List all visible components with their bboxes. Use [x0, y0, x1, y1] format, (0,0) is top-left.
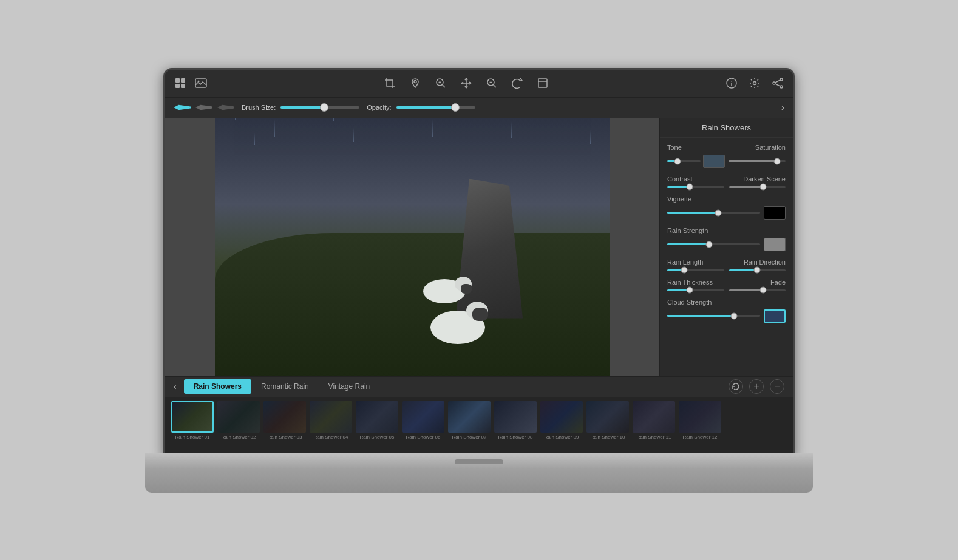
canvas-area	[165, 118, 659, 376]
filmstrip-item-11[interactable]: Rain Shower 11	[633, 401, 675, 440]
filmstrip-item-4[interactable]: Rain Shower 04	[310, 401, 352, 440]
rain-strength-swatch[interactable]	[764, 238, 786, 251]
svg-rect-2	[175, 84, 180, 88]
filmstrip-label-8: Rain Shower 08	[498, 434, 533, 440]
cloud-strength-label-row: Cloud Strength	[667, 299, 786, 306]
refresh-icon[interactable]	[729, 379, 743, 394]
minus-icon[interactable]: −	[770, 379, 784, 394]
settings-icon[interactable]	[747, 75, 763, 91]
filmstrip-thumb-2	[217, 401, 260, 433]
zoom-in-icon[interactable]	[433, 75, 449, 91]
svg-point-11	[753, 82, 756, 85]
bottom-tabs: ‹ Rain Showers Romantic Rain Vintage Rai…	[165, 376, 793, 397]
tab-rain-showers[interactable]: Rain Showers	[184, 379, 251, 394]
brush-tool-1[interactable]	[174, 103, 191, 112]
opacity-label: Opacity:	[367, 104, 391, 111]
grid-icon[interactable]	[172, 75, 188, 91]
tab-romantic-rain[interactable]: Romantic Rain	[251, 379, 319, 394]
filmstrip-item-5[interactable]: Rain Shower 05	[356, 401, 398, 440]
filmstrip-label-4: Rain Shower 04	[314, 434, 348, 440]
rain-length-slider[interactable]	[667, 269, 724, 271]
toolbar-right	[724, 75, 786, 91]
rain-strength-controls	[667, 238, 786, 251]
zoom-out-icon[interactable]	[484, 75, 500, 91]
pin-icon[interactable]	[407, 75, 423, 91]
photo-icon[interactable]	[193, 75, 209, 91]
chevron-right-icon[interactable]: ›	[781, 102, 784, 113]
filmstrip-label-6: Rain Shower 06	[406, 434, 441, 440]
filmstrip-item-12[interactable]: Rain Shower 12	[679, 401, 721, 440]
rain-length-label: Rain Length	[667, 258, 703, 266]
rain-strength-slider[interactable]	[667, 243, 760, 245]
filmstrip-thumb-7	[448, 401, 491, 433]
cloud-strength-controls	[667, 309, 786, 323]
filmstrip-label-5: Rain Shower 05	[360, 434, 395, 440]
rain-direction-col	[729, 269, 786, 271]
cloud-strength-slider[interactable]	[667, 315, 760, 317]
panel-title: Rain Showers	[660, 118, 793, 138]
filmstrip-label-2: Rain Shower 02	[222, 434, 256, 440]
fade-slider[interactable]	[729, 289, 786, 291]
vignette-swatch[interactable]	[764, 206, 786, 220]
vignette-slider[interactable]	[667, 212, 760, 214]
fade-label: Fade	[770, 278, 786, 286]
contrast-darken-sliders	[667, 186, 786, 188]
rain-thickness-slider[interactable]	[667, 289, 724, 291]
filmstrip-item-1[interactable]: Rain Shower 01	[171, 401, 214, 440]
rain-thickness-label: Rain Thickness	[667, 278, 713, 286]
svg-rect-0	[175, 78, 180, 83]
filmstrip-label-7: Rain Shower 07	[452, 434, 487, 440]
panel-content: Tone Saturation	[660, 138, 793, 376]
filmstrip-label-12: Rain Shower 12	[683, 434, 718, 440]
vignette-label: Vignette	[667, 195, 691, 203]
rain-length-direction-labels: Rain Length Rain Direction	[667, 258, 786, 266]
svg-rect-1	[181, 78, 185, 83]
move-icon[interactable]	[458, 75, 474, 91]
rain-thickness-col	[667, 289, 724, 291]
filmstrip-thumb-12	[679, 401, 721, 433]
filmstrip-item-3[interactable]: Rain Shower 03	[263, 401, 306, 440]
filmstrip-thumb-6	[402, 401, 444, 433]
share-icon[interactable]	[770, 75, 786, 91]
photo-scene	[215, 118, 610, 376]
tone-slider[interactable]	[667, 160, 701, 162]
rain-length-col	[667, 269, 724, 271]
brush-icons	[174, 103, 234, 112]
filmstrip-item-10[interactable]: Rain Shower 10	[586, 401, 629, 440]
opacity-group: Opacity:	[367, 104, 475, 111]
brush-size-slider[interactable]	[280, 106, 359, 109]
darken-scene-slider[interactable]	[729, 186, 786, 188]
rain-direction-slider[interactable]	[729, 269, 786, 271]
main-content: Rain Showers Tone Saturation	[165, 118, 793, 376]
fade-col	[729, 289, 786, 291]
info-icon[interactable]	[724, 75, 739, 91]
contrast-slider[interactable]	[667, 186, 724, 188]
redo-icon[interactable]	[509, 75, 525, 91]
rain-container	[215, 118, 610, 376]
filmstrip-item-9[interactable]: Rain Shower 09	[540, 401, 583, 440]
filmstrip-item-8[interactable]: Rain Shower 08	[494, 401, 537, 440]
cloud-strength-label: Cloud Strength	[667, 299, 712, 306]
add-icon[interactable]: +	[749, 379, 764, 394]
tab-chevron-icon[interactable]: ‹	[174, 382, 177, 391]
svg-point-6	[414, 81, 416, 83]
rain-length-direction-sliders	[667, 269, 786, 271]
filmstrip-item-2[interactable]: Rain Shower 02	[217, 401, 260, 440]
tab-vintage-rain[interactable]: Vintage Rain	[319, 379, 380, 394]
brush-tool-2[interactable]	[195, 103, 212, 112]
saturation-slider[interactable]	[729, 160, 786, 162]
tone-label: Tone	[667, 144, 682, 151]
crop-icon[interactable]	[382, 75, 398, 91]
filmstrip-thumb-9	[540, 401, 583, 433]
brush-tool-3[interactable]	[217, 103, 234, 112]
filmstrip-item-7[interactable]: Rain Shower 07	[448, 401, 491, 440]
filmstrip-item-6[interactable]: Rain Shower 06	[402, 401, 444, 440]
darken-col	[729, 186, 786, 188]
fullscreen-icon[interactable]	[535, 75, 551, 91]
opacity-slider[interactable]	[396, 106, 475, 109]
toolbar-center	[221, 75, 712, 91]
cloud-strength-swatch[interactable]	[764, 309, 786, 323]
svg-point-5	[198, 81, 200, 83]
tone-swatch[interactable]	[703, 155, 725, 168]
rain-direction-label: Rain Direction	[744, 258, 786, 266]
